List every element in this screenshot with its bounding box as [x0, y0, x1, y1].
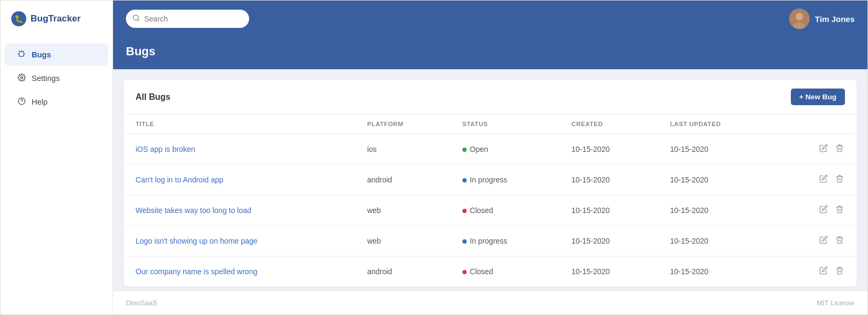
table-row: Logo isn't showing up on home page web I…	[124, 226, 857, 257]
search-icon	[132, 14, 140, 24]
content-area: All Bugs + New Bug TITLE PLATFORM STATUS…	[113, 69, 867, 291]
card-heading: All Bugs	[136, 92, 170, 102]
col-actions	[776, 114, 857, 134]
table-body: iOS app is broken ios Open 10-15-2020 10…	[124, 134, 857, 287]
edit-button[interactable]	[818, 204, 829, 217]
bug-platform-cell: ios	[355, 134, 451, 165]
bug-created-cell: 10-15-2020	[560, 226, 659, 257]
bug-actions-cell	[776, 257, 857, 287]
bug-platform-cell: android	[355, 165, 451, 195]
bug-status-cell: Closed	[451, 195, 560, 226]
bug-actions-cell	[776, 134, 857, 165]
delete-button[interactable]	[834, 235, 845, 247]
bug-updated-cell: 10-15-2020	[658, 134, 776, 165]
sidebar-nav: Bugs Settings Help	[1, 37, 113, 119]
bug-created-cell: 10-15-2020	[560, 134, 659, 165]
bug-actions-cell	[776, 195, 857, 226]
page-header: Bugs	[113, 37, 867, 69]
footer-left: DinoSaaS	[126, 299, 158, 307]
bug-icon	[17, 49, 26, 60]
footer: DinoSaaS MIT License	[113, 291, 867, 314]
edit-button[interactable]	[818, 235, 829, 247]
table-row: Can't log in to Android app android In p…	[124, 165, 857, 195]
gear-icon	[17, 74, 26, 83]
bug-updated-cell: 10-15-2020	[658, 195, 776, 226]
status-dot-icon	[462, 148, 467, 152]
col-status: STATUS	[451, 114, 560, 134]
bug-created-cell: 10-15-2020	[560, 195, 659, 226]
col-platform: PLATFORM	[355, 114, 451, 134]
bug-status-cell: In progress	[451, 165, 560, 195]
svg-line-5	[138, 19, 139, 21]
bug-title-link[interactable]: Can't log in to Android app	[136, 175, 223, 184]
delete-button[interactable]	[834, 204, 845, 217]
user-name: Tim Jones	[815, 14, 855, 24]
bug-title-link[interactable]: Logo isn't showing up on home page	[136, 237, 258, 245]
bug-title-link[interactable]: Website takes way too long to load	[136, 206, 251, 215]
svg-point-1	[20, 77, 23, 79]
table-row: Our company name is spelled wrong androi…	[124, 257, 857, 287]
sidebar-item-settings-label: Settings	[32, 74, 59, 83]
bug-actions-cell	[776, 226, 857, 257]
table-row: iOS app is broken ios Open 10-15-2020 10…	[124, 134, 857, 165]
app-logo: 🐛 BugTracker	[1, 1, 113, 37]
svg-point-7	[796, 13, 803, 20]
bug-created-cell: 10-15-2020	[560, 165, 659, 195]
sidebar: 🐛 BugTracker Bugs Settings Help	[1, 1, 113, 314]
footer-right: MIT License	[817, 299, 855, 307]
search-wrapper	[126, 10, 249, 28]
sidebar-item-settings[interactable]: Settings	[5, 68, 108, 89]
bug-platform-cell: web	[355, 226, 451, 257]
bug-updated-cell: 10-15-2020	[658, 226, 776, 257]
col-title: TITLE	[124, 114, 355, 134]
delete-button[interactable]	[834, 265, 845, 278]
edit-button[interactable]	[818, 265, 829, 278]
topbar: Tim Jones	[113, 1, 867, 37]
delete-button[interactable]	[834, 143, 845, 156]
bug-status-cell: Closed	[451, 257, 560, 287]
bug-updated-cell: 10-15-2020	[658, 257, 776, 287]
bug-platform-cell: web	[355, 195, 451, 226]
sidebar-item-help[interactable]: Help	[5, 91, 108, 113]
bug-status-cell: Open	[451, 134, 560, 165]
app-name: BugTracker	[31, 13, 81, 24]
new-bug-button[interactable]: + New Bug	[791, 89, 845, 105]
col-created: CREATED	[560, 114, 659, 134]
logo-icon: 🐛	[11, 11, 26, 26]
sidebar-item-help-label: Help	[32, 98, 48, 106]
bug-title-cell: Our company name is spelled wrong	[124, 257, 355, 287]
avatar	[789, 9, 810, 29]
bug-created-cell: 10-15-2020	[560, 257, 659, 287]
bugs-card: All Bugs + New Bug TITLE PLATFORM STATUS…	[124, 80, 857, 287]
edit-button[interactable]	[818, 173, 829, 186]
card-header: All Bugs + New Bug	[124, 80, 857, 114]
col-last-updated: LAST UPDATED	[658, 114, 776, 134]
bug-platform-cell: android	[355, 257, 451, 287]
bug-title-cell: Logo isn't showing up on home page	[124, 226, 355, 257]
bug-title-cell: Can't log in to Android app	[124, 165, 355, 195]
bugs-table: TITLE PLATFORM STATUS CREATED LAST UPDAT…	[124, 114, 857, 287]
bug-title-cell: iOS app is broken	[124, 134, 355, 165]
bug-updated-cell: 10-15-2020	[658, 165, 776, 195]
table-row: Website takes way too long to load web C…	[124, 195, 857, 226]
edit-button[interactable]	[818, 143, 829, 156]
sidebar-item-bugs-label: Bugs	[32, 50, 51, 59]
bug-title-cell: Website takes way too long to load	[124, 195, 355, 226]
status-dot-icon	[462, 239, 467, 244]
bug-title-link[interactable]: iOS app is broken	[136, 145, 195, 153]
search-input[interactable]	[126, 10, 249, 28]
bug-title-link[interactable]: Our company name is spelled wrong	[136, 267, 257, 276]
status-dot-icon	[462, 270, 467, 274]
svg-point-0	[19, 52, 24, 56]
status-dot-icon	[462, 178, 467, 182]
help-icon	[17, 97, 26, 107]
sidebar-item-bugs[interactable]: Bugs	[5, 43, 108, 65]
user-info: Tim Jones	[789, 9, 855, 29]
main-area: Tim Jones Bugs All Bugs + New Bug TITLE …	[113, 1, 867, 314]
bug-status-cell: In progress	[451, 226, 560, 257]
svg-point-4	[133, 15, 138, 20]
table-header: TITLE PLATFORM STATUS CREATED LAST UPDAT…	[124, 114, 857, 134]
delete-button[interactable]	[834, 173, 845, 186]
page-title: Bugs	[126, 45, 855, 58]
bug-actions-cell	[776, 165, 857, 195]
